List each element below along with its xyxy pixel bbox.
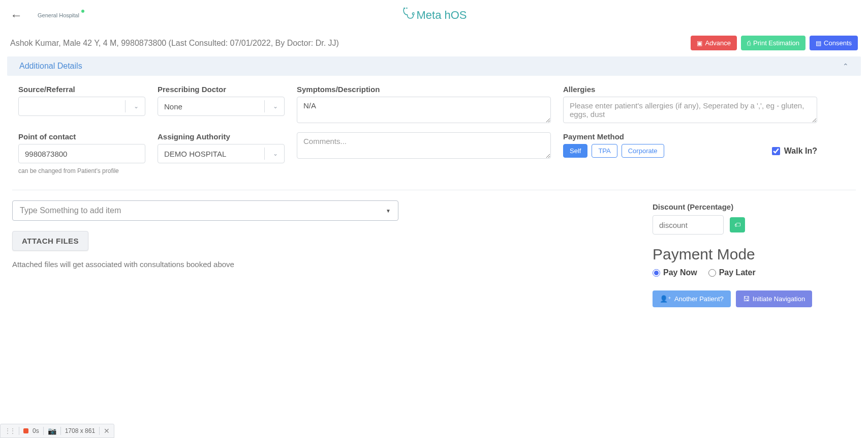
advance-button-label: Advance: [705, 39, 731, 47]
collapse-chevron-icon[interactable]: ⌃: [843, 62, 849, 70]
attach-files-button[interactable]: ATTACH FILES: [12, 231, 88, 251]
discount-input[interactable]: [653, 215, 724, 235]
assigning-authority-dropdown[interactable]: DEMO HOSPITAL ⌄: [158, 144, 285, 163]
pay-later-radio[interactable]: [708, 269, 716, 277]
add-item-combobox[interactable]: Type Something to add item ▼: [12, 200, 398, 221]
payment-mode-title: Payment Mode: [653, 246, 856, 263]
pay-later-label: Pay Later: [719, 268, 756, 277]
walk-in-checkbox-container[interactable]: Walk In?: [772, 147, 817, 156]
source-referral-dropdown[interactable]: ⌄: [18, 97, 145, 116]
pay-now-radio[interactable]: [653, 269, 660, 277]
payment-method-label: Payment Method: [563, 132, 817, 141]
discount-label: Discount (Percentage): [653, 202, 856, 211]
payment-method-corporate[interactable]: Corporate: [622, 144, 664, 158]
point-of-contact-helper: can be changed from Patient's profile: [18, 167, 145, 174]
prescribing-doctor-label: Prescribing Doctor: [158, 85, 285, 94]
svg-point-0: [412, 13, 414, 15]
chevron-down-icon: ⌄: [273, 150, 278, 157]
app-logo: Meta hOS: [401, 7, 467, 24]
hospital-logo: General Hospital: [38, 13, 79, 18]
walk-in-label: Walk In?: [784, 147, 817, 156]
another-patient-button[interactable]: 👤⁺Another Patient?: [653, 290, 731, 307]
document-icon: ▤: [816, 40, 821, 47]
user-plus-icon: 👤⁺: [660, 295, 671, 303]
stethoscope-icon: [401, 7, 414, 24]
attach-files-note: Attached files will get associated with …: [12, 260, 632, 269]
initiate-navigation-button[interactable]: 🖫Initiate Navigation: [736, 290, 812, 307]
consents-button[interactable]: ▤Consents: [810, 36, 858, 50]
section-title: Additional Details: [19, 62, 82, 71]
chevron-down-icon: ⌄: [273, 103, 278, 110]
symptoms-textarea[interactable]: [297, 97, 551, 123]
prescribing-doctor-dropdown[interactable]: None ⌄: [158, 97, 285, 116]
allergies-label: Allergies: [563, 85, 817, 94]
hospital-logo-text: General Hospital: [38, 12, 79, 18]
additional-details-header[interactable]: Additional Details ⌃: [7, 56, 861, 76]
add-item-placeholder: Type Something to add item: [20, 206, 121, 215]
wallet-icon: ▣: [697, 40, 702, 47]
dropdown-triangle-icon: ▼: [386, 208, 391, 214]
back-arrow-icon[interactable]: ←: [10, 8, 22, 22]
payment-method-tpa[interactable]: TPA: [592, 144, 617, 158]
point-of-contact-input[interactable]: [18, 144, 145, 163]
print-estimation-label: Print Estimation: [753, 39, 799, 47]
source-referral-label: Source/Referral: [18, 85, 145, 94]
allergies-textarea[interactable]: [563, 97, 817, 123]
svg-point-2: [406, 8, 408, 9]
assigning-authority-label: Assigning Authority: [158, 132, 285, 141]
patient-summary: Ashok Kumar, Male 42 Y, 4 M, 9980873800 …: [10, 39, 339, 48]
initiate-navigation-label: Initiate Navigation: [753, 295, 805, 303]
assigning-authority-value: DEMO HOSPITAL: [164, 150, 226, 158]
apply-discount-button[interactable]: 🏷: [730, 217, 745, 232]
tag-icon: 🏷: [734, 221, 740, 228]
comments-textarea[interactable]: [297, 132, 551, 159]
walk-in-checkbox[interactable]: [772, 147, 780, 155]
status-dot-icon: [81, 10, 84, 13]
app-name: Meta hOS: [416, 9, 467, 22]
point-of-contact-label: Point of contact: [18, 132, 145, 141]
symptoms-label: Symptoms/Description: [297, 85, 551, 94]
svg-point-1: [404, 8, 405, 9]
save-icon: 🖫: [743, 295, 750, 303]
payment-method-self[interactable]: Self: [563, 144, 587, 158]
consents-label: Consents: [824, 39, 852, 47]
pay-now-option[interactable]: Pay Now: [653, 268, 697, 277]
another-patient-label: Another Patient?: [674, 295, 724, 303]
pay-now-label: Pay Now: [663, 268, 697, 277]
prescribing-doctor-value: None: [164, 102, 182, 111]
divider: [12, 190, 856, 190]
advance-button[interactable]: ▣Advance: [691, 36, 737, 50]
print-estimation-button[interactable]: ⎙Print Estimation: [741, 36, 805, 50]
pay-later-option[interactable]: Pay Later: [708, 268, 756, 277]
chevron-down-icon: ⌄: [134, 103, 139, 110]
print-icon: ⎙: [747, 40, 751, 47]
